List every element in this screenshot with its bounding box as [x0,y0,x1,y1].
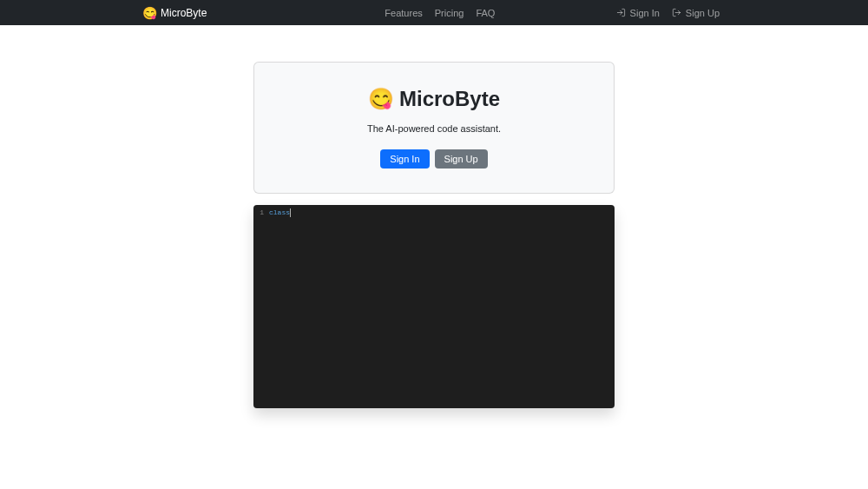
nav-signin[interactable]: Sign In [616,8,660,18]
nav-faq[interactable]: FAQ [476,8,495,18]
editor-keyword: class [269,208,290,216]
nav-signup-label: Sign Up [686,8,720,18]
editor-content[interactable]: class [269,208,615,408]
main-container: 😋 MicroByte The AI-powered code assistan… [253,62,615,408]
nav-signup[interactable]: Sign Up [672,8,720,18]
signup-icon [672,8,681,17]
signup-button[interactable]: Sign Up [435,149,488,169]
signin-icon [616,8,626,17]
brand-name: MicroByte [161,7,207,19]
editor-cursor [290,208,291,217]
hero-emoji: 😋 [368,87,394,111]
hero-subtitle: The AI-powered code assistant. [272,123,596,134]
nav-features[interactable]: Features [385,8,422,18]
hero-title-text: MicroByte [399,87,500,111]
brand-emoji: 😋 [142,6,157,20]
editor-gutter: 1 [253,208,269,408]
nav-right: Sign In Sign Up [616,8,720,18]
hero-card: 😋 MicroByte The AI-powered code assistan… [253,62,615,194]
brand-link[interactable]: 😋 MicroByte [142,6,207,20]
line-number: 1 [253,208,264,218]
hero-buttons: Sign In Sign Up [272,149,596,169]
hero-title: 😋 MicroByte [272,87,596,111]
nav-pricing[interactable]: Pricing [435,8,464,18]
navbar: 😋 MicroByte Features Pricing FAQ Sign In… [0,0,868,25]
nav-signin-label: Sign In [630,8,660,18]
code-editor[interactable]: 1 class [253,205,615,408]
nav-center: Features Pricing FAQ [385,8,495,18]
signin-button[interactable]: Sign In [380,149,429,169]
